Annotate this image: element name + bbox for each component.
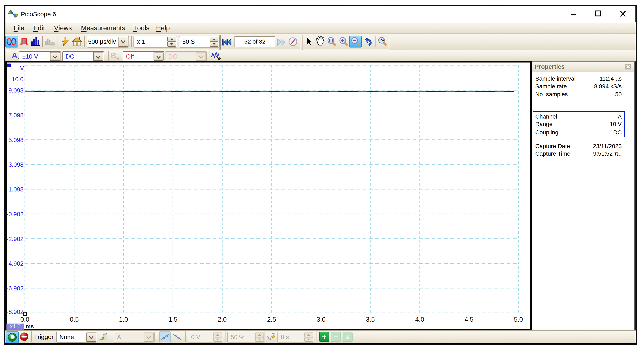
svg-text:ms: ms xyxy=(26,323,34,330)
svg-text:9.098: 9.098 xyxy=(8,87,24,94)
svg-text:1.5: 1.5 xyxy=(168,316,177,323)
svg-text:2.5: 2.5 xyxy=(267,316,276,323)
svg-text:3.5: 3.5 xyxy=(366,316,375,323)
svg-text:-2.902: -2.902 xyxy=(6,236,24,242)
svg-text:3.098: 3.098 xyxy=(8,161,24,168)
svg-text:1.098: 1.098 xyxy=(8,186,24,193)
svg-text:A: A xyxy=(12,52,17,60)
svg-text:-4.902: -4.902 xyxy=(6,260,24,267)
svg-text:4.5: 4.5 xyxy=(464,316,473,323)
svg-text:7.098: 7.098 xyxy=(8,112,24,119)
svg-text:V: V xyxy=(20,65,24,71)
svg-text:3.0: 3.0 xyxy=(316,316,326,323)
svg-text:1.0: 1.0 xyxy=(119,316,128,323)
svg-text:-6.902: -6.902 xyxy=(6,285,24,292)
svg-text:0.0: 0.0 xyxy=(20,316,29,323)
svg-text:10.0: 10.0 xyxy=(12,76,24,82)
svg-text:100: 100 xyxy=(379,39,384,42)
svg-text:2.0: 2.0 xyxy=(218,316,226,323)
svg-text:5.098: 5.098 xyxy=(8,137,24,143)
svg-text:-0.902: -0.902 xyxy=(6,211,24,217)
svg-text:x1.0: x1.0 xyxy=(10,323,20,330)
svg-text:4.0: 4.0 xyxy=(415,316,424,323)
svg-text:0.5: 0.5 xyxy=(70,316,79,323)
svg-text:B: B xyxy=(110,52,116,60)
svg-text:5.0: 5.0 xyxy=(514,316,523,323)
svg-text:-8.902: -8.902 xyxy=(6,309,24,315)
